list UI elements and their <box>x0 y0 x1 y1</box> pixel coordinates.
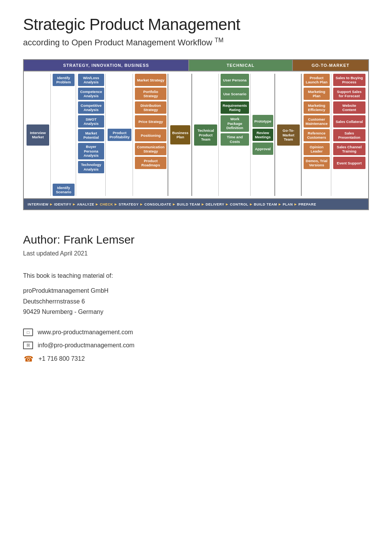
page-title: Strategic Product Management <box>23 15 369 34</box>
card-work-package: Work Package Definition <box>221 115 249 131</box>
author-section: Author: Frank Lemser Last updated April … <box>23 233 369 363</box>
card-requirements-rating: Requirements Rating <box>221 101 249 114</box>
card-communication: Communication Strategy <box>135 143 166 155</box>
col-strategy: Market Strategy Portfolio Strategy Distr… <box>134 74 168 196</box>
card-support-sales: Support Sales for Forecast <box>333 88 365 100</box>
card-launch-plan: Product Launch Plan <box>304 74 330 86</box>
card-identify-problem: Identify Problem <box>53 74 75 86</box>
phone-icon: ☎ <box>23 355 34 363</box>
phone-contact: ☎ +1 716 800 7312 <box>23 355 369 363</box>
col-business: Business Plan <box>169 74 192 196</box>
col-sales: Sales to Buying Process Support Sales fo… <box>332 74 367 196</box>
diagram-body: Interview Market Identify Problem Identi… <box>24 71 368 198</box>
card-business-plan: Business Plan <box>170 125 190 144</box>
card-event-support: Event Support <box>333 157 365 169</box>
teaching-text: This book is teaching material of: <box>23 272 369 279</box>
card-use-scenario: Use Scenario <box>221 88 249 100</box>
col-product-prof: Product Profitability <box>106 74 133 196</box>
card-competence: Competence Analysis <box>78 88 104 100</box>
workflow-build-team-2: BUILD TEAM <box>254 202 277 206</box>
page-subtitle: according to Open Product Management Wor… <box>23 37 369 48</box>
card-prototype: Prototype <box>252 115 273 127</box>
col-identify: Identify Problem Identify Scenario <box>51 74 76 196</box>
workflow-delivery: DELIVERY <box>206 202 224 206</box>
card-portfolio: Portfolio Strategy <box>135 88 166 100</box>
workflow-interview: INTERVIEW <box>28 202 48 206</box>
workflow-analyze: ANALYZE <box>77 202 94 206</box>
workflow-consolidate: CONSOLIDATE <box>144 202 171 206</box>
workflow-identify: IDENTIFY <box>54 202 71 206</box>
card-gomarket-team: Go-To-Market Team <box>277 124 300 146</box>
card-marketing-plan: Marketing Plan <box>304 88 330 100</box>
strategy-diagram: STRATEGY, INNOVATION, BUSINESS TECHNICAL… <box>23 59 369 210</box>
card-time-costs: Time and Costs <box>221 133 249 146</box>
card-sales-presentation: Sales Presentation <box>333 129 365 141</box>
address-line2: 90429 Nuremberg - Germany <box>23 307 369 317</box>
card-interview-market: Interview Market <box>27 124 49 146</box>
card-user-persona: User Persona <box>221 74 249 86</box>
col-requirements: User Persona Use Scenario Requirements R… <box>219 74 250 196</box>
card-swot: SWOT Analysis <box>78 115 104 128</box>
card-technical-product-team: Technical Product Team <box>194 124 217 146</box>
card-product-prof: Product Profitability <box>108 129 131 141</box>
email-text: info@pro-productmanagement.com <box>38 342 135 349</box>
header-strategy: STRATEGY, INNOVATION, BUSINESS <box>24 60 189 71</box>
col-interview: Interview Market <box>25 74 51 196</box>
phone-text: +1 716 800 7312 <box>38 355 85 362</box>
header-gomarket: GO-TO-MARKET <box>293 60 368 71</box>
workflow-check: CHECK <box>100 202 113 206</box>
workflow-strip: INTERVIEW ► IDENTIFY ► ANALYZE ► CHECK ►… <box>24 198 368 209</box>
email-contact: ☒ info@pro-productmanagement.com <box>23 342 369 349</box>
card-distribution: Distribution Strategy <box>135 101 166 114</box>
card-sales-buying: Sales to Buying Process <box>333 74 365 86</box>
author-name: Author: Frank Lemser <box>23 233 369 246</box>
company-name: proProduktmanagement GmbH <box>23 285 369 296</box>
card-sales-channel: Sales Channel Training <box>333 143 365 155</box>
card-review-meetings: Review Meetings <box>252 129 273 141</box>
last-updated: Last updated April 2021 <box>23 250 369 257</box>
col-review: Prototype Review Meetings Approval <box>251 74 275 196</box>
card-customer-maintenance: Customer Maintenance <box>304 115 330 128</box>
workflow-plan: PLAN <box>283 202 293 206</box>
website-text: www.pro-productmanagement.com <box>38 329 133 336</box>
card-sales-collateral: Sales Collateral <box>333 115 365 128</box>
diagram-header: STRATEGY, INNOVATION, BUSINESS TECHNICAL… <box>24 60 368 71</box>
col-gomarket-team: Go-To-Market Team <box>276 74 302 196</box>
card-win-loss: Win/Loss Analysis <box>78 74 104 86</box>
card-roadmaps: Product Roadmaps <box>135 157 166 169</box>
card-marketing-efficiency: Marketing Efficiency <box>304 101 330 114</box>
card-market-potential: Market Potential <box>78 129 104 141</box>
card-price: Price Strategy <box>135 115 166 128</box>
card-reference-customers: Reference Customers <box>304 129 330 141</box>
card-buyer-persona: Buyer Persona Analysis <box>78 143 104 159</box>
card-positioning: Positioning <box>135 129 166 141</box>
card-identify-scenario: Identify Scenario <box>53 184 75 196</box>
workflow-build-team-1: BUILD TEAM <box>177 202 200 206</box>
card-demos: Demos, Trial Versions <box>304 157 330 169</box>
card-market-strategy: Market Strategy <box>135 74 166 86</box>
col-analyze: Win/Loss Analysis Competence Analysis Co… <box>77 74 106 196</box>
card-approval: Approval <box>252 143 273 155</box>
email-icon: ☒ <box>23 342 33 349</box>
workflow-prepare: PREPARE <box>298 202 316 206</box>
card-technology: Technology Analysis <box>78 161 104 173</box>
col-customer: Product Launch Plan Marketing Plan Marke… <box>302 74 331 196</box>
trademark-symbol: TM <box>215 37 224 43</box>
subtitle-text: according to Open Product Management Wor… <box>23 38 212 47</box>
globe-icon: □ <box>23 328 33 336</box>
address-line1: Deutschherrnstrasse 6 <box>23 296 369 307</box>
workflow-control: CONTROL <box>230 202 248 206</box>
card-opinion-leader: Opinion Leader <box>304 143 330 155</box>
workflow-strategy: STRATEGY <box>119 202 139 206</box>
card-competitive: Competitive Analysis <box>78 101 104 114</box>
card-website-content: Website Content <box>333 101 365 114</box>
company-block: proProduktmanagement GmbH Deutschherrnst… <box>23 285 369 317</box>
header-technical: TECHNICAL <box>189 60 293 71</box>
col-technical-team: Technical Product Team <box>193 74 219 196</box>
website-contact: □ www.pro-productmanagement.com <box>23 328 369 336</box>
